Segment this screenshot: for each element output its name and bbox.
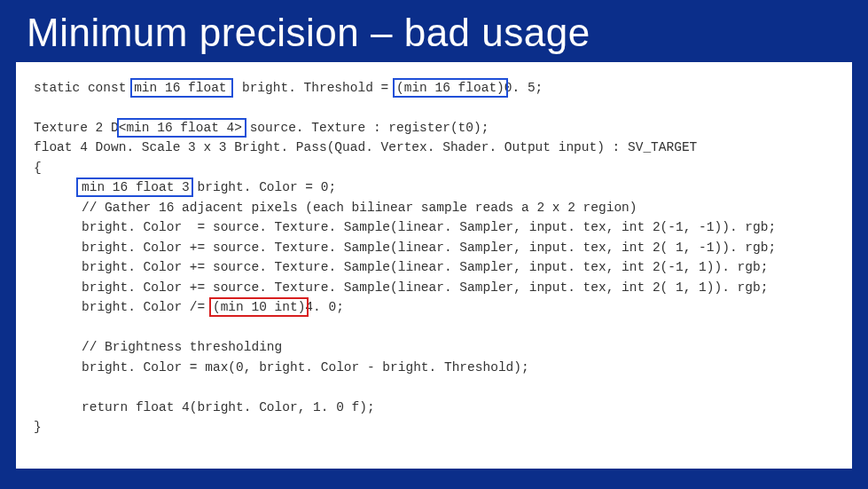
highlight-text: min 16 float 3 — [82, 180, 190, 194]
code-line: bright. Color += source. Texture. Sample… — [34, 257, 834, 277]
code-line: // Brightness thresholding — [34, 337, 834, 357]
code-text: Texture 2 D — [34, 121, 119, 135]
code-blank — [34, 318, 834, 337]
code-panel: static const min 16 float bright. Thresh… — [16, 62, 852, 469]
code-text: static const — [34, 81, 134, 95]
code-text: 4. 0; — [305, 300, 344, 314]
code-line: bright. Color /= (min 10 int)4. 0; — [34, 297, 834, 317]
code-blank — [34, 377, 834, 397]
highlight-text: <min 16 float 4> — [119, 121, 242, 135]
highlight-text: (min 16 float) — [396, 81, 504, 95]
code-line: min 16 float 3 bright. Color = 0; — [34, 177, 834, 197]
highlight-text: (min 10 int) — [213, 300, 305, 314]
code-line: bright. Color += source. Texture. Sample… — [34, 238, 834, 257]
code-line: return float 4(bright. Color, 1. 0 f); — [34, 398, 834, 417]
code-line: bright. Color = max(0, bright. Color - b… — [34, 358, 834, 377]
code-text: bright. Color /= — [82, 300, 213, 314]
code-text: source. Texture : register(t0); — [242, 121, 489, 135]
code-line: static const min 16 float bright. Thresh… — [34, 78, 834, 98]
code-text: bright. Threshold = — [227, 81, 396, 95]
code-line: } — [34, 417, 834, 437]
code-blank — [34, 98, 834, 117]
code-text: bright. Color = 0; — [190, 180, 336, 194]
code-line: Texture 2 D<min 16 float 4> source. Text… — [34, 118, 834, 138]
code-line: // Gather 16 adjacent pixels (each bilin… — [34, 198, 834, 217]
code-text: 0. 5; — [504, 81, 543, 95]
highlight-text: min 16 float — [134, 81, 226, 95]
code-line: bright. Color = source. Texture. Sample(… — [34, 217, 834, 237]
code-line: bright. Color += source. Texture. Sample… — [34, 278, 834, 297]
code-line: float 4 Down. Scale 3 x 3 Bright. Pass(Q… — [34, 138, 834, 157]
slide-title: Minimum precision – bad usage — [0, 0, 868, 62]
code-line: { — [34, 158, 834, 177]
